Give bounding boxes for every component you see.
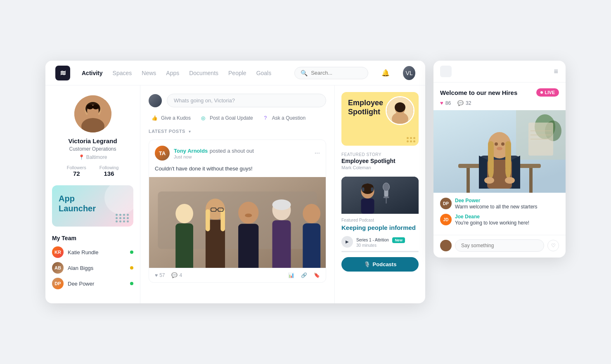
nav-link-activity[interactable]: Activity [82, 70, 103, 76]
post-header: TA Tony Arnolds posted a shout out Just … [149, 140, 326, 165]
podcast-series: Series 1 - Attrition New [356, 236, 419, 243]
team-member-katie[interactable]: KR Katie Rundle [52, 246, 133, 258]
profile-location: 📍 Baltimore [52, 154, 133, 160]
podcast-title[interactable]: Keeping people informed [341, 224, 419, 232]
podcasts-button[interactable]: 🎙️ Podcasts [341, 257, 419, 272]
podcast-progress-bar[interactable] [341, 251, 419, 252]
post-likes-stat[interactable]: ♥ 57 [155, 272, 165, 278]
latest-posts-bar: LATEST POSTS ▾ [149, 129, 326, 134]
post-input-avatar [149, 94, 162, 107]
live-input-user-avatar [440, 240, 452, 251]
svg-point-18 [238, 201, 258, 224]
live-badge: LIVE [536, 88, 559, 97]
microphone-icon: 🎙️ [364, 261, 370, 267]
logo-icon: ≋ [60, 69, 66, 78]
nav-link-apps[interactable]: Apps [166, 70, 179, 76]
spotlight-decoration [407, 137, 415, 142]
live-comments-stat[interactable]: 💬 32 [457, 100, 471, 106]
nav-link-people[interactable]: People [228, 70, 246, 76]
profile-name: Victoria Legrand [52, 137, 133, 144]
goal-icon: ◎ [199, 114, 207, 122]
post-user-info: Tony Arnolds posted a shout out Just now [174, 147, 310, 159]
status-dot-katie [130, 251, 133, 254]
live-comment-avatar-dee: DP [440, 198, 452, 209]
spotlight-card-content: EmployeeSpotlight [341, 92, 419, 123]
post-user-avatar: TA [155, 146, 170, 161]
live-comment-name-joe[interactable]: Joe Deane [455, 214, 529, 220]
svg-point-8 [92, 104, 99, 109]
status-dot-alan [130, 266, 133, 269]
following-stat: Following 136 [99, 165, 118, 177]
team-avatar-dee: DP [52, 278, 64, 289]
nav-link-documents[interactable]: Documents [189, 70, 218, 76]
post-action-description: posted a shout out [210, 148, 254, 154]
live-chat-input[interactable] [455, 239, 544, 252]
post-user-name[interactable]: Tony Arnolds [174, 148, 208, 154]
give-kudos-action[interactable]: 👍 Give a Kudos [150, 114, 191, 122]
app-launcher-card[interactable]: AppLauncher [52, 185, 133, 227]
nav-link-goals[interactable]: Goals [256, 70, 272, 76]
post-share-icon[interactable]: 🔗 [301, 272, 307, 278]
svg-point-41 [383, 183, 390, 191]
podcast-play-button[interactable]: ▶ [341, 236, 353, 248]
team-member-alan[interactable]: AB Alan Biggs [52, 262, 133, 274]
post-input-field[interactable]: Whats going on, Victoria? [167, 94, 326, 107]
svg-rect-24 [303, 223, 320, 268]
featured-story-title[interactable]: Employee Spotlight [341, 158, 419, 164]
live-panel-logo [440, 66, 452, 77]
svg-point-25 [245, 213, 252, 217]
post-comments-stat[interactable]: 💬 4 [171, 272, 182, 278]
spotlight-card[interactable]: EmployeeSpotlight [341, 92, 419, 146]
profile-stats: Followers 72 Following 136 [52, 165, 133, 177]
comment-icon: 💬 [171, 272, 178, 278]
search-input[interactable] [311, 70, 362, 76]
app-launcher-title: AppLauncher [59, 194, 127, 213]
podcast-image [341, 177, 419, 214]
live-panel-menu-icon[interactable]: ≡ [554, 67, 559, 76]
post-more-options[interactable]: ··· [315, 149, 320, 157]
user-avatar[interactable]: VL [403, 66, 415, 80]
svg-point-23 [303, 204, 320, 223]
live-comment-text-joe: You're going to love working here! [455, 220, 529, 226]
ask-question-action[interactable]: ? Ask a Question [261, 114, 306, 122]
svg-rect-16 [206, 209, 210, 231]
svg-rect-50 [467, 168, 470, 193]
live-comment-name-dee[interactable]: Dee Power [455, 198, 538, 203]
profile-card: Victoria Legrand Customer Operations 📍 B… [52, 95, 133, 177]
notification-bell[interactable]: 🔔 [380, 66, 391, 80]
question-icon: ? [261, 114, 270, 122]
live-likes-stat[interactable]: ♥ 86 [440, 100, 451, 106]
app-logo[interactable]: ≋ [55, 66, 70, 80]
svg-point-63 [505, 177, 515, 184]
svg-point-57 [488, 162, 494, 178]
nav-link-news[interactable]: News [142, 70, 156, 76]
team-name-katie: Katie Rundle [68, 249, 126, 255]
spotlight-label: EmployeeSpotlight [348, 99, 412, 116]
live-comment-avatar-joe: JD [440, 214, 452, 225]
search-icon: 🔍 [301, 70, 308, 76]
live-comment-text-dee: Warm welcome to all the new starters [455, 204, 538, 210]
svg-rect-17 [220, 209, 225, 231]
podcast-info: Featured Podcast Keeping people informed… [341, 214, 419, 276]
live-panel: ≡ Welcome to our new Hires LIVE ♥ 86 💬 3… [433, 61, 566, 258]
live-panel-header: ≡ [433, 61, 566, 83]
svg-rect-34 [341, 177, 419, 214]
live-panel-title-row: Welcome to our new Hires LIVE [433, 83, 566, 100]
post-goal-action[interactable]: ◎ Post a Goal Update [199, 114, 253, 122]
live-comment-joe: JD Joe Deane You're going to love workin… [440, 214, 559, 226]
podcast-player: ▶ Series 1 - Attrition New 30 minutes [341, 236, 419, 248]
live-video [433, 110, 566, 193]
live-heart-button[interactable]: ♡ [547, 240, 559, 251]
team-member-dee[interactable]: DP Dee Power [52, 278, 133, 289]
latest-posts-label: LATEST POSTS [149, 129, 185, 134]
svg-rect-37 [361, 199, 374, 214]
post-analytics-icon[interactable]: 📊 [288, 272, 294, 278]
search-bar[interactable]: 🔍 [294, 67, 368, 79]
nav-link-spaces[interactable]: Spaces [113, 70, 132, 76]
svg-point-59 [495, 142, 498, 146]
svg-point-61 [497, 147, 502, 150]
chevron-down-icon[interactable]: ▾ [189, 129, 191, 134]
my-team-title: My Team [52, 235, 133, 241]
team-avatar-katie: KR [52, 246, 64, 258]
post-bookmark-icon[interactable]: 🔖 [314, 272, 320, 278]
